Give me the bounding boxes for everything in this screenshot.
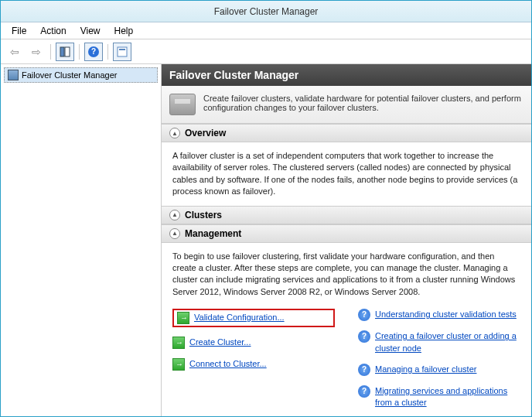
help-create-link[interactable]: Creating a failover cluster or adding a … bbox=[375, 330, 520, 354]
svg-rect-3 bbox=[119, 49, 125, 50]
svg-rect-2 bbox=[118, 47, 127, 56]
section-overview-body: A failover cluster is a set of independe… bbox=[162, 142, 531, 206]
help-topic-icon: ? bbox=[358, 364, 370, 376]
connect-cluster-row: Connect to Cluster... bbox=[172, 358, 335, 371]
validate-configuration-row: Validate Configuration... bbox=[177, 312, 285, 324]
nav-forward-button[interactable] bbox=[27, 43, 46, 61]
section-management-body: To begin to use failover clustering, fir… bbox=[162, 243, 531, 416]
content-pane: Failover Cluster Manager Create failover… bbox=[162, 64, 531, 416]
action-arrow-icon bbox=[172, 358, 185, 371]
menu-file[interactable]: File bbox=[5, 24, 32, 38]
help-create-row: ? Creating a failover cluster or adding … bbox=[358, 330, 520, 354]
show-hide-tree-button[interactable] bbox=[56, 43, 74, 61]
window-title: Failover Cluster Manager bbox=[214, 6, 319, 17]
cluster-graphic-icon bbox=[169, 94, 196, 115]
section-clusters-header[interactable]: Clusters bbox=[162, 206, 531, 224]
menubar: File Action View Help bbox=[1, 22, 531, 39]
menu-help[interactable]: Help bbox=[108, 24, 140, 38]
content-header: Failover Cluster Manager bbox=[162, 64, 531, 86]
chevron-up-icon bbox=[169, 228, 180, 239]
nav-back-button[interactable] bbox=[5, 43, 24, 61]
action-arrow-icon bbox=[172, 337, 185, 349]
section-overview-header[interactable]: Overview bbox=[162, 124, 531, 142]
help-migrating-link[interactable]: Migrating services and applications from… bbox=[375, 385, 520, 409]
toolbar-separator bbox=[79, 44, 80, 60]
section-management-header[interactable]: Management bbox=[162, 224, 531, 243]
help-button[interactable]: ? bbox=[84, 43, 103, 61]
action-arrow-icon bbox=[177, 312, 189, 324]
help-topic-icon: ? bbox=[358, 330, 370, 343]
help-validation-link[interactable]: Understanding cluster validation tests bbox=[375, 309, 517, 320]
overview-text: A failover cluster is a set of independe… bbox=[172, 151, 517, 196]
cluster-manager-icon bbox=[8, 70, 19, 80]
toolbar-separator bbox=[50, 44, 51, 60]
section-management-title: Management bbox=[185, 228, 241, 239]
create-cluster-link[interactable]: Create Cluster... bbox=[189, 337, 251, 348]
toolbar: ? bbox=[1, 39, 531, 64]
window-titlebar: Failover Cluster Manager bbox=[1, 1, 531, 22]
help-icon: ? bbox=[88, 46, 99, 57]
page-title: Failover Cluster Manager bbox=[169, 69, 298, 81]
tree-root-item[interactable]: Failover Cluster Manager bbox=[4, 67, 158, 83]
refresh-button[interactable] bbox=[113, 43, 131, 61]
menu-action[interactable]: Action bbox=[34, 24, 72, 38]
intro-text: Create failover clusters, validate hardw… bbox=[203, 94, 523, 115]
menu-view[interactable]: View bbox=[74, 24, 107, 38]
help-topic-icon: ? bbox=[358, 309, 370, 321]
help-migrating-row: ? Migrating services and applications fr… bbox=[358, 385, 520, 409]
help-topic-icon: ? bbox=[358, 385, 370, 398]
tree-root-label: Failover Cluster Manager bbox=[22, 70, 118, 80]
section-overview-title: Overview bbox=[185, 128, 226, 138]
management-links: Validate Configuration... Create Cluster… bbox=[172, 309, 520, 409]
highlight-box: Validate Configuration... bbox=[172, 309, 335, 327]
svg-rect-0 bbox=[60, 47, 64, 56]
tree-pane: Failover Cluster Manager bbox=[1, 64, 162, 416]
chevron-up-icon bbox=[169, 210, 180, 220]
help-managing-row: ? Managing a failover cluster bbox=[358, 364, 520, 376]
help-managing-link[interactable]: Managing a failover cluster bbox=[375, 364, 476, 375]
intro-panel: Create failover clusters, validate hardw… bbox=[162, 86, 531, 124]
toolbar-separator bbox=[107, 44, 108, 60]
main-split: Failover Cluster Manager Failover Cluste… bbox=[1, 64, 531, 416]
create-cluster-row: Create Cluster... bbox=[172, 337, 335, 349]
help-column: ? Understanding cluster validation tests… bbox=[358, 309, 520, 409]
management-text: To begin to use failover clustering, fir… bbox=[172, 251, 520, 299]
connect-cluster-link[interactable]: Connect to Cluster... bbox=[189, 358, 267, 370]
section-clusters-title: Clusters bbox=[185, 210, 222, 220]
help-validation-row: ? Understanding cluster validation tests bbox=[358, 309, 520, 321]
validate-configuration-link[interactable]: Validate Configuration... bbox=[194, 312, 285, 323]
actions-column: Validate Configuration... Create Cluster… bbox=[172, 309, 335, 409]
chevron-up-icon bbox=[169, 128, 180, 138]
svg-rect-1 bbox=[65, 47, 70, 56]
